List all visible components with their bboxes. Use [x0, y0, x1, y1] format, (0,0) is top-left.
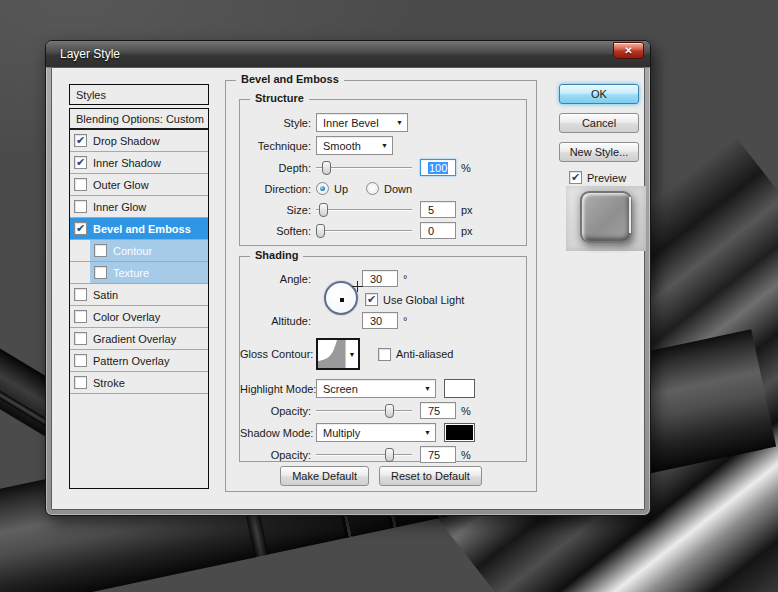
highlight-opacity-slider[interactable] — [316, 403, 412, 419]
indent-spacer — [70, 262, 90, 283]
soften-slider-thumb[interactable] — [316, 224, 325, 238]
sidebar-item-stroke[interactable]: Stroke — [70, 372, 208, 394]
gloss-contour-picker[interactable]: ▼ — [316, 338, 360, 370]
sidebar-item-blending-options[interactable]: Blending Options: Custom — [70, 109, 208, 130]
gloss-contour-thumbnail[interactable] — [318, 340, 345, 368]
new-style-label: New Style... — [570, 146, 629, 158]
sidebar-item-color-overlay[interactable]: Color Overlay — [70, 306, 208, 328]
styles-header-label: Styles — [76, 89, 106, 101]
direction-down-radio[interactable] — [366, 182, 379, 195]
soften-input[interactable]: 0 — [420, 222, 456, 239]
sidebar-item-outer-glow[interactable]: Outer Glow — [70, 174, 208, 196]
close-button[interactable]: ✕ — [613, 42, 644, 59]
group-title: Bevel and Emboss — [236, 73, 344, 85]
highlight-opacity-value: 75 — [428, 405, 440, 417]
styles-header: Styles — [69, 84, 209, 105]
preview-checkbox[interactable] — [569, 171, 582, 184]
color-overlay-checkbox[interactable] — [74, 310, 87, 323]
anti-aliased-checkbox[interactable] — [378, 348, 391, 361]
sidebar-item-bevel-and-emboss[interactable]: Bevel and Emboss — [70, 218, 208, 240]
contour-checkbox[interactable] — [94, 244, 107, 257]
shadow-mode-dropdown[interactable]: Multiply ▼ — [316, 423, 436, 442]
style-preview-thumbnail — [566, 186, 646, 251]
outer-glow-checkbox[interactable] — [74, 178, 87, 191]
sidebar-item-inner-glow[interactable]: Inner Glow — [70, 196, 208, 218]
drop-shadow-checkbox[interactable] — [74, 134, 87, 147]
sidebar-item-pattern-overlay[interactable]: Pattern Overlay — [70, 350, 208, 372]
size-slider[interactable] — [316, 202, 412, 218]
depth-slider[interactable] — [316, 160, 412, 176]
soften-value: 0 — [428, 225, 434, 237]
stroke-checkbox[interactable] — [74, 376, 87, 389]
highlight-mode-dropdown[interactable]: Screen ▼ — [316, 379, 436, 398]
sidebar-item-drop-shadow[interactable]: Drop Shadow — [70, 130, 208, 152]
slider-track[interactable] — [316, 410, 412, 412]
shadow-color-swatch[interactable] — [444, 423, 475, 442]
ok-button[interactable]: OK — [559, 84, 639, 104]
sidebar-item-inner-shadow[interactable]: Inner Shadow — [70, 152, 208, 174]
depth-input[interactable]: 100 — [420, 159, 456, 176]
shadow-opacity-input[interactable]: 75 — [420, 446, 456, 463]
sidebar-item-label: Inner Shadow — [93, 157, 161, 169]
reset-to-default-label: Reset to Default — [391, 470, 470, 482]
gradient-overlay-checkbox[interactable] — [74, 332, 87, 345]
inner-shadow-checkbox[interactable] — [74, 156, 87, 169]
slider-track[interactable] — [316, 209, 412, 211]
blending-options-label: Blending Options: Custom — [76, 113, 204, 125]
indent-spacer — [70, 240, 90, 261]
texture-checkbox[interactable] — [94, 266, 107, 279]
depth-slider-thumb[interactable] — [322, 161, 331, 175]
altitude-input[interactable]: 30 — [362, 312, 398, 329]
make-default-button[interactable]: Make Default — [280, 466, 369, 486]
direction-up-label: Up — [334, 183, 348, 195]
anti-aliased-control[interactable]: Anti-aliased — [378, 348, 453, 361]
angle-input[interactable]: 30 — [362, 270, 398, 287]
sidebar-item-label: Bevel and Emboss — [93, 223, 191, 235]
highlight-opacity-thumb[interactable] — [385, 404, 394, 418]
size-input[interactable]: 5 — [420, 201, 456, 218]
angle-label: Angle: — [240, 273, 316, 285]
gloss-contour-label: Gloss Contour: — [240, 348, 316, 360]
slider-track[interactable] — [316, 454, 412, 456]
satin-checkbox[interactable] — [74, 288, 87, 301]
sidebar-item-contour[interactable]: Contour — [70, 240, 208, 262]
title-bar[interactable]: Layer Style ✕ — [46, 41, 650, 67]
size-label: Size: — [240, 204, 316, 216]
sidebar-item-texture[interactable]: Texture — [70, 262, 208, 284]
shadow-opacity-slider[interactable] — [316, 447, 412, 463]
shading-title: Shading — [250, 249, 303, 261]
technique-value: Smooth — [323, 140, 377, 152]
bevel-preview-square — [580, 191, 632, 243]
highlight-color-swatch[interactable] — [444, 379, 475, 398]
structure-title: Structure — [250, 92, 309, 104]
shadow-opacity-thumb[interactable] — [385, 448, 394, 462]
pattern-overlay-checkbox[interactable] — [74, 354, 87, 367]
angle-dial[interactable] — [324, 281, 358, 315]
chevron-down-icon[interactable]: ▼ — [345, 340, 358, 368]
make-default-label: Make Default — [292, 470, 357, 482]
style-dropdown[interactable]: Inner Bevel ▼ — [316, 113, 408, 132]
sidebar-item-satin[interactable]: Satin — [70, 284, 208, 306]
angle-dial-dot — [340, 298, 344, 302]
slider-track[interactable] — [316, 230, 412, 232]
inner-glow-checkbox[interactable] — [74, 200, 87, 213]
shadow-opacity-value: 75 — [428, 449, 440, 461]
preview-label: Preview — [587, 172, 626, 184]
highlight-opacity-input[interactable]: 75 — [420, 402, 456, 419]
use-global-light-checkbox[interactable] — [365, 293, 378, 306]
preview-control[interactable]: Preview — [569, 171, 641, 184]
sidebar-item-label: Satin — [93, 289, 118, 301]
reset-to-default-button[interactable]: Reset to Default — [379, 466, 482, 486]
direction-up-radio[interactable] — [316, 182, 329, 195]
use-global-light-control[interactable]: Use Global Light — [365, 293, 464, 306]
soften-label: Soften: — [240, 225, 316, 237]
cancel-button[interactable]: Cancel — [559, 113, 639, 133]
ok-label: OK — [591, 88, 607, 100]
angle-value: 30 — [370, 273, 382, 285]
size-slider-thumb[interactable] — [319, 203, 328, 217]
new-style-button[interactable]: New Style... — [559, 142, 639, 162]
bevel-emboss-checkbox[interactable] — [74, 222, 87, 235]
sidebar-item-gradient-overlay[interactable]: Gradient Overlay — [70, 328, 208, 350]
soften-slider[interactable] — [316, 223, 412, 239]
technique-dropdown[interactable]: Smooth ▼ — [316, 136, 393, 155]
